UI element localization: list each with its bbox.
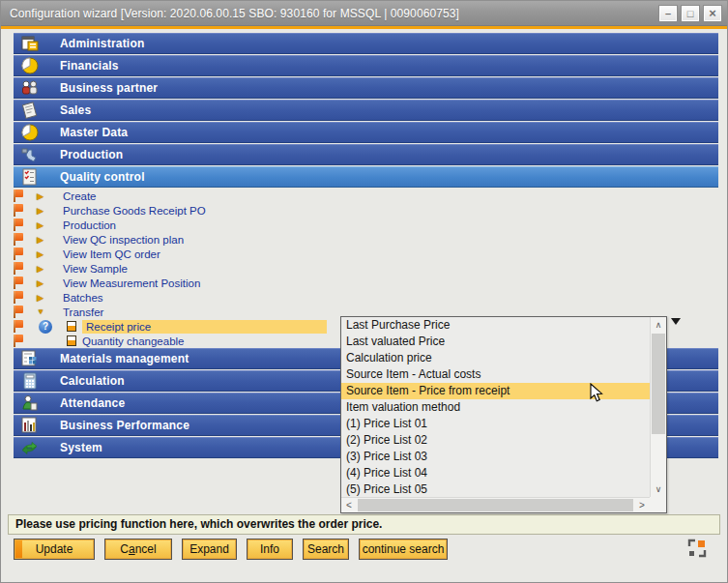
scroll-right-icon[interactable]: > [634,498,650,512]
list-item[interactable]: Source Item - Actual costs [341,366,650,383]
chevron-right-icon[interactable]: ▶ [37,249,48,259]
chevron-right-icon[interactable]: ▶ [37,235,48,245]
section-label: Business partner [60,81,158,95]
list-item[interactable]: Calculation price [341,350,650,366]
section-business-partner[interactable]: Business partner [14,77,718,99]
tree-item-view-qc-inspection-plan[interactable]: ▶ View QC inspection plan [10,232,718,247]
checkbox-icon[interactable] [67,335,76,346]
tree-item-production[interactable]: ▶ Production [10,218,718,232]
section-production[interactable]: Production [14,144,718,165]
chevron-right-icon[interactable]: ▶ [37,293,48,303]
section-quality-control[interactable]: Quality control [14,166,718,188]
section-label: Attendance [60,396,125,410]
list-item[interactable]: (2) Price List 02 [341,432,650,449]
pie-chart-icon [19,124,41,142]
price-source-listbox: Last Purchase Price Last valuated Price … [340,316,667,513]
list-item[interactable]: (4) Price List 04 [341,465,650,481]
scroll-up-icon[interactable]: ∧ [651,317,666,333]
pie-chart-icon [19,57,41,75]
chevron-right-icon[interactable]: ▶ [37,264,48,274]
vertical-scroll-thumb[interactable] [652,334,665,434]
tree-item-purchase-goods-receipt-po[interactable]: ▶ Purchase Goods Receipt PO [10,203,718,218]
status-message: Please use pricing function here, which … [8,514,720,535]
bar-chart-icon [19,417,41,435]
flag-icon [11,262,24,275]
tree-item-view-sample[interactable]: ▶ View Sample [10,261,718,276]
calculator-icon [19,372,41,391]
combo-dropdown-icon[interactable] [671,318,681,325]
chevron-right-icon[interactable]: ▶ [37,191,48,201]
horizontal-scroll-thumb[interactable] [358,499,633,511]
flag-icon [11,248,24,260]
list-item[interactable]: (5) Price List 05 [341,481,650,497]
form-grid-icon [19,350,41,368]
help-icon[interactable]: ? [39,320,52,334]
info-button[interactable]: Info [247,539,293,560]
vertical-scrollbar[interactable]: ∧ ∨ [650,317,666,497]
flag-icon [11,219,24,231]
section-label: Financials [60,59,119,73]
listbox-items: Last Purchase Price Last valuated Price … [341,317,650,497]
scrollbar-corner [650,497,666,512]
section-label: Master Data [60,126,128,139]
configuration-wizard-window: Configuration wizard [Version: 2020.06.0… [0,0,728,583]
hand-icon [19,146,41,164]
continue-search-button[interactable]: continue search [359,539,448,560]
search-button[interactable]: Search [303,539,349,560]
tree-item-view-measurement-position[interactable]: ▶ View Measurement Position [10,276,718,290]
chevron-right-icon[interactable]: ▶ [37,220,48,230]
selected-tree-label[interactable]: Receipt price [82,320,327,334]
flag-icon [11,320,24,333]
section-label: Calculation [60,374,125,388]
flag-icon [11,277,24,289]
wizard-body: Administration Financials Business partn… [1,29,727,582]
section-label: Production [60,148,123,161]
tree-item-create[interactable]: ▶ Create [10,189,718,203]
expand-button[interactable]: Expand [182,539,237,560]
sales-document-icon [19,102,41,120]
section-administration[interactable]: Administration [14,33,718,54]
section-label: Sales [60,103,91,117]
window-controls: – □ × [658,5,722,22]
list-item[interactable]: Item valuation method [341,399,650,416]
cancel-button[interactable]: Cancel [104,539,172,560]
checkbox-icon[interactable] [67,321,76,332]
tree-item-batches[interactable]: ▶ Batches [10,290,718,305]
chevron-down-icon[interactable]: ▼ [37,307,48,316]
minimize-button[interactable]: – [658,5,678,22]
update-button[interactable]: Update [14,539,95,560]
list-item[interactable]: Last Purchase Price [341,317,650,334]
section-master-data[interactable]: Master Data [14,122,718,143]
chevron-right-icon[interactable]: ▶ [37,206,48,216]
horizontal-scrollbar[interactable]: < > [341,497,650,512]
person-icon [19,394,41,413]
section-label: Business Performance [60,419,189,432]
flag-icon [11,291,24,304]
flag-icon [11,204,24,217]
chevron-right-icon[interactable]: ▶ [37,278,48,288]
window-title: Configuration wizard [Version: 2020.06.0… [1,7,459,20]
tree-item-view-item-qc-order[interactable]: ▶ View Item QC order [10,247,718,261]
people-icon [19,79,41,98]
flag-icon [11,335,24,347]
section-label: System [60,441,102,454]
list-item[interactable]: (3) Price List 03 [341,449,650,465]
list-item-selected[interactable]: Source Item - Price from receipt [341,383,650,399]
flag-icon [11,189,24,202]
section-sales[interactable]: Sales [14,100,718,121]
section-label: Quality control [60,170,145,184]
section-label: Administration [60,37,144,50]
scroll-left-icon[interactable]: < [341,498,357,512]
resize-grip-icon[interactable] [687,539,707,558]
section-label: Materials management [60,352,189,365]
title-bar: Configuration wizard [Version: 2020.06.0… [1,1,727,26]
list-item[interactable]: Last valuated Price [341,334,650,350]
close-button[interactable]: × [703,5,722,22]
button-row: Update Cancel Expand Info Search continu… [14,539,448,560]
scroll-down-icon[interactable]: ∨ [651,481,666,497]
section-financials[interactable]: Financials [14,55,718,76]
list-item[interactable]: (1) Price List 01 [341,416,650,432]
maximize-button[interactable]: □ [681,5,700,22]
sync-arrows-icon [19,439,41,457]
form-icon [19,35,41,53]
